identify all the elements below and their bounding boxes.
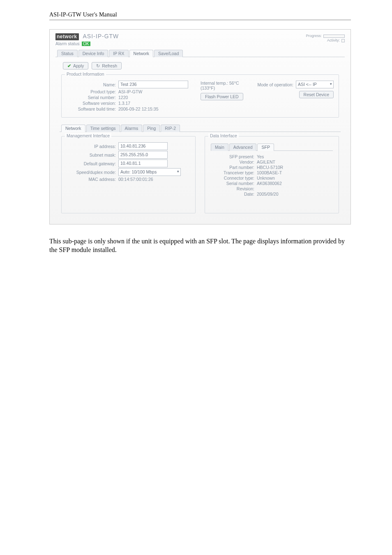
- subnet-mask-label: Subnet mask:: [67, 153, 118, 157]
- software-version-label: Software version:: [67, 101, 118, 106]
- product-information-title: Product Information: [65, 72, 106, 76]
- ip-address-input[interactable]: [118, 142, 168, 150]
- vendor-value: AGILENT: [257, 160, 275, 164]
- part-number-label: Part number:: [210, 165, 257, 170]
- reset-device-button[interactable]: Reset Device: [299, 91, 334, 98]
- apply-label: Apply: [73, 63, 84, 68]
- vendor-label: Vendor:: [210, 160, 257, 164]
- di-serial-number-label: Serial number:: [210, 181, 257, 186]
- refresh-button[interactable]: ↻ Refresh: [92, 62, 122, 69]
- date-label: Date:: [210, 192, 257, 197]
- connector-type-value: Unknown: [257, 176, 275, 180]
- revision-label: Revision:: [210, 186, 257, 191]
- sub-tabstrip: Network Time settings Alarms Ping RIP-2: [60, 124, 341, 132]
- activity-label: Activity:: [327, 38, 340, 43]
- mode-of-operation-label: Mode of operation:: [257, 82, 293, 87]
- ip-address-label: IP address:: [67, 144, 118, 149]
- tranceiver-type-value: 1000BASE-T: [257, 170, 282, 175]
- subtab-time-settings[interactable]: Time settings: [86, 125, 120, 132]
- build-time-label: Software build time:: [67, 106, 118, 111]
- mode-of-operation-select[interactable]: ASI <-- IP: [296, 81, 334, 88]
- doc-header: ASI-IP-GTW User's Manual: [49, 12, 351, 20]
- sfp-present-value: Yes: [257, 154, 264, 159]
- brand-badge: network: [55, 33, 79, 41]
- name-label: Name:: [67, 82, 118, 87]
- internal-temp: Internal temp.: 56°C (133°F): [201, 81, 245, 90]
- alarm-status-label: Alarm status:: [55, 41, 81, 46]
- refresh-label: Refresh: [102, 63, 117, 68]
- brand-title: ASI-IP-GTW: [83, 33, 119, 39]
- tab-device-info[interactable]: Device Info: [78, 50, 108, 57]
- mac-address-value: 00:14:57:00:01:26: [118, 177, 153, 182]
- date-value: 2005/09/20: [257, 192, 279, 197]
- mac-address-label: MAC address:: [67, 177, 118, 182]
- app-screenshot: network ASI-IP-GTW Alarm status: OK Prog…: [49, 29, 351, 224]
- software-version-value: 1.3.17: [118, 101, 130, 106]
- speed-duplex-label: Speed/duplex mode:: [67, 170, 118, 175]
- refresh-icon: ↻: [96, 63, 100, 68]
- product-type-label: Product type:: [67, 89, 118, 94]
- tab-status[interactable]: Status: [57, 50, 78, 57]
- subnet-mask-input[interactable]: [118, 151, 168, 159]
- name-input[interactable]: [118, 81, 188, 88]
- serial-number-label: Serial number:: [67, 95, 118, 100]
- tranceiver-type-label: Tranceiver type:: [210, 170, 257, 175]
- check-icon: ✔: [67, 63, 71, 68]
- progress-activity-block: Progress: Activity:: [306, 34, 345, 43]
- data-interface-title: Data Interface: [208, 133, 239, 138]
- di-tab-sfp[interactable]: SFP: [257, 143, 274, 151]
- product-type-value: ASI-IP-GTW: [118, 89, 142, 94]
- body-paragraph: This sub-page is only shown if the unit …: [49, 237, 351, 254]
- subtab-network[interactable]: Network: [61, 125, 85, 132]
- progress-bar: [323, 35, 345, 38]
- default-gateway-input[interactable]: [118, 160, 168, 167]
- serial-number-value: 1220: [118, 95, 128, 100]
- sfp-present-label: SFP present:: [210, 154, 257, 159]
- management-interface-group: Management Interface IP address: Subnet …: [61, 136, 196, 213]
- speed-duplex-select[interactable]: Auto: 10/100 Mbps: [118, 168, 181, 176]
- main-tabstrip: Status Device Info IP RX Network Save/Lo…: [55, 49, 345, 57]
- tab-save-load[interactable]: Save/Load: [154, 50, 183, 57]
- subtab-alarms[interactable]: Alarms: [121, 125, 143, 132]
- connector-type-label: Connector type:: [210, 176, 257, 180]
- default-gateway-label: Default gateway:: [67, 161, 118, 166]
- tab-ip-rx[interactable]: IP RX: [109, 50, 128, 57]
- di-tab-main[interactable]: Main: [211, 143, 228, 151]
- subtab-ping[interactable]: Ping: [143, 125, 160, 132]
- management-interface-title: Management Interface: [65, 133, 111, 138]
- di-tab-advanced[interactable]: Advanced: [229, 143, 257, 151]
- activity-indicator: [341, 39, 345, 42]
- alarm-status-value: OK: [82, 42, 90, 46]
- di-serial-number-value: AK06380062: [257, 181, 282, 186]
- progress-label: Progress:: [306, 34, 322, 38]
- part-number-value: HBCU-5710R: [257, 165, 283, 170]
- tab-network[interactable]: Network: [129, 50, 154, 57]
- subtab-rip2[interactable]: RIP-2: [161, 125, 180, 132]
- build-time-value: 2006-09-22 12:15:35: [118, 106, 159, 111]
- flash-power-led-button[interactable]: Flash Power LED: [201, 93, 243, 100]
- product-information-group: Product Information Name: Product type: …: [61, 74, 339, 118]
- data-interface-group: Data Interface Main Advanced SFP SFP pre…: [205, 136, 339, 213]
- apply-button[interactable]: ✔ Apply: [63, 62, 88, 69]
